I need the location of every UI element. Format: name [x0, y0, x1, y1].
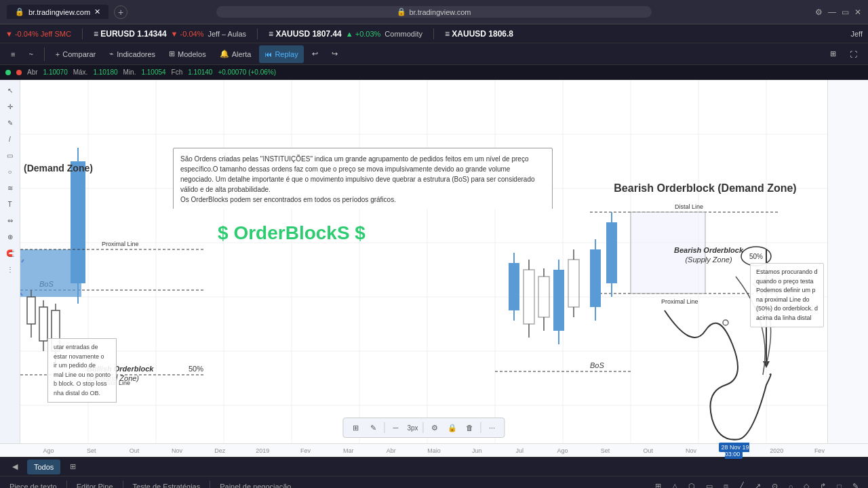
text-tool[interactable]: T: [3, 197, 18, 211]
svg-text:$ OrderBlockS $: $ OrderBlockS $: [218, 222, 366, 243]
close-tab-icon[interactable]: ✕: [94, 7, 100, 16]
cursor-tool[interactable]: ↖: [3, 83, 18, 98]
layout-button[interactable]: ⊞: [825, 45, 842, 63]
crosshair-tool[interactable]: ✛: [3, 99, 18, 114]
btm-icon-7[interactable]: ↗: [751, 479, 765, 489]
tab-todos[interactable]: Todos: [27, 460, 60, 474]
alert-button[interactable]: 🔔 Alerta: [214, 45, 257, 63]
xauusd-symbol2[interactable]: ≡ XAUUSD 1806.8: [445, 29, 513, 39]
svg-rect-60: [553, 270, 564, 331]
bottom-left-info-box: utar entradas de estar novamente o ir um…: [47, 338, 117, 403]
timeline-set1: Set: [70, 447, 113, 454]
xauusd-label1: Commodity: [384, 30, 422, 38]
new-tab-button[interactable]: +: [114, 5, 127, 19]
btm-icon-9[interactable]: ○: [785, 479, 797, 489]
browser-tab-active[interactable]: 🔒 br.tradingview.com ✕: [7, 5, 108, 19]
btm-icon-12[interactable]: □: [833, 479, 846, 489]
btm-tab-painel-negociacao[interactable]: Painel de negociação: [216, 479, 295, 489]
extensions-icon[interactable]: ⚙: [815, 7, 823, 17]
compare-button[interactable]: + Comparar: [50, 45, 101, 63]
undo-icon: ↩: [312, 49, 318, 58]
draw-pencil-button[interactable]: ✎: [365, 420, 381, 436]
chart-type-button[interactable]: ≡: [5, 45, 20, 63]
indicators-icon: ⌁: [109, 49, 114, 58]
address-bar[interactable]: 🔒 br.tradingview.com: [216, 6, 652, 18]
alert-label: Alerta: [232, 50, 252, 58]
btm-icon-4[interactable]: ▭: [702, 479, 717, 489]
url-text: br.tradingview.com: [409, 8, 471, 16]
xauusd-change1: ▲ +0.03%: [346, 30, 381, 38]
chart-content: BoS Proximal Line Distal Line: [20, 80, 827, 443]
line-tool[interactable]: /: [3, 131, 18, 146]
ohlc-fch-label: Fch: [172, 68, 183, 76]
tab-grid[interactable]: ⊞: [63, 460, 83, 474]
circle-tool[interactable]: ○: [3, 164, 18, 179]
draw-trash-button[interactable]: 🗑: [462, 420, 478, 436]
btm-tab-piece-de-texto[interactable]: Piece de texto: [5, 479, 61, 489]
main-toolbar: ≡ ~ + Comparar ⌁ Indicadores ⊞ Modelos 🔔…: [0, 43, 868, 65]
minimize-icon[interactable]: —: [828, 7, 836, 17]
btm-icon-6[interactable]: ╱: [735, 479, 748, 489]
pencil-tool[interactable]: ✎: [3, 115, 18, 130]
btm-icon-11[interactable]: ↱: [816, 479, 830, 489]
svg-rect-48: [606, 222, 617, 283]
timeframe-button[interactable]: ~: [23, 45, 38, 63]
redo-button[interactable]: ↪: [326, 45, 343, 63]
draw-select-button[interactable]: ⊞: [347, 420, 363, 436]
btm-icon-10[interactable]: ◇: [800, 479, 813, 489]
bottom-toolbar: Piece de texto Editor Pine Teste de Estr…: [0, 476, 868, 488]
timeline-mar: Mar: [327, 447, 370, 454]
more-tools[interactable]: ⋮: [3, 262, 18, 277]
btm-tab-teste-estrategias[interactable]: Teste de Estratégias: [129, 479, 205, 489]
btm-icon-1[interactable]: ⊞: [651, 479, 665, 489]
ohlc-abr-val: 1.10070: [43, 68, 68, 76]
eurusd-name: ≡ EURUSD 1.14344: [94, 29, 167, 39]
draw-settings-button[interactable]: ⚙: [427, 420, 443, 436]
measure-tool[interactable]: ⇔: [3, 213, 18, 228]
tab-arrow-back[interactable]: ◀: [5, 460, 24, 474]
replay-label: Replay: [275, 50, 298, 58]
timeline-set2: Set: [584, 447, 627, 454]
ohlc-abr-label: Abr: [27, 68, 38, 76]
close-icon[interactable]: ✕: [854, 7, 861, 17]
fullscreen-icon: ⛶: [850, 50, 857, 58]
timeline-nov2: Nov: [669, 447, 712, 454]
lock-icon: 🔒: [15, 7, 24, 16]
draw-lock-button[interactable]: 🔒: [444, 420, 460, 436]
maximize-icon[interactable]: ▭: [842, 7, 849, 17]
fullscreen-button[interactable]: ⛶: [844, 45, 863, 63]
eurusd-symbol[interactable]: ≡ EURUSD 1.14344 ▼ -0.04% Jeff – Aulas: [94, 29, 246, 39]
browser-bar: 🔒 br.tradingview.com ✕ + 🔒 br.tradingvie…: [0, 0, 868, 24]
browser-controls: ⚙ — ▭ ✕: [652, 7, 861, 17]
magnet-tool[interactable]: 🧲: [3, 245, 18, 260]
timeline-highlight[interactable]: 28 Nov 19 03:00: [713, 444, 755, 458]
indicators-button[interactable]: ⌁ Indicadores: [104, 45, 161, 63]
layout-icon: ⊞: [830, 49, 836, 58]
timeline-fev1: Fev: [284, 447, 327, 454]
right-popup-text: Estamos procurando d quando o preço test…: [756, 268, 818, 321]
toolbar-right: ⊞ ⛶: [825, 45, 863, 63]
rect-tool[interactable]: ▭: [3, 148, 18, 163]
btm-icon-13[interactable]: ✎: [848, 479, 863, 489]
btm-tab-editor-pine[interactable]: Editor Pine: [73, 479, 117, 489]
fibonacci-tool[interactable]: ≋: [3, 180, 18, 195]
eurusd-change: ▼ -0.04%: [171, 30, 204, 38]
btm-tab-1-label: Editor Pine: [77, 483, 113, 489]
xauusd-symbol1[interactable]: ≡ XAUUSD 1807.44 ▲ +0.03% Commodity: [269, 29, 422, 39]
btm-icon-5[interactable]: ⧈: [719, 479, 732, 489]
zoom-tool[interactable]: ⊕: [3, 229, 18, 244]
undo-button[interactable]: ↩: [307, 45, 323, 63]
browser-tabs: 🔒 br.tradingview.com ✕ +: [7, 5, 216, 19]
btm-icon-8[interactable]: ⊙: [768, 479, 782, 489]
price-scale: [827, 80, 868, 443]
models-button[interactable]: ⊞ Modelos: [163, 45, 212, 63]
svg-text:50%: 50%: [189, 365, 203, 373]
bottom-tabs: ◀ Todos ⊞: [0, 457, 868, 476]
btm-tab-0-label: Piece de texto: [9, 483, 57, 489]
draw-more-button[interactable]: ···: [484, 420, 500, 436]
btm-icon-2[interactable]: △: [668, 479, 682, 489]
svg-text:BoS: BoS: [590, 361, 604, 369]
replay-button[interactable]: ⏮ Replay: [259, 45, 303, 63]
btm-icon-3[interactable]: ⬡: [684, 479, 699, 489]
draw-line-button[interactable]: ─: [387, 420, 403, 436]
